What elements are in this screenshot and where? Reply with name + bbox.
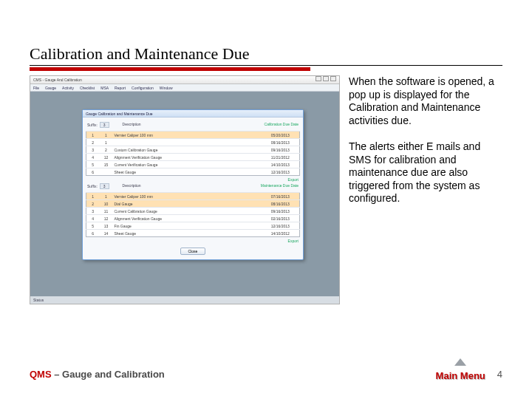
slide-footer: QMS – Gauge and Calibration Main Menu 4 — [30, 367, 502, 381]
table-row[interactable]: 515Current Verification Gauge14/10/2013 — [86, 161, 300, 168]
menu-window[interactable]: Window — [160, 84, 173, 91]
export-link-1[interactable]: Export — [288, 177, 299, 182]
main-menu-link[interactable]: Main Menu — [436, 367, 485, 381]
calib-due-header: Calibration Due Date — [265, 122, 299, 128]
app-screenshot: CMS - Gauge And Calibration File Gauge A… — [30, 75, 340, 304]
table-row[interactable]: 6Sheet Gauge12/16/2013 — [86, 168, 300, 176]
slide-content: CMS - Gauge And Calibration File Gauge A… — [30, 75, 502, 304]
dialog-close-button[interactable]: Close — [180, 248, 206, 255]
maint-filters: Suffix:3 Description Maintenance Due Dat… — [86, 182, 300, 192]
menu-msa[interactable]: MSA — [100, 84, 109, 91]
paragraph-1: When the software is opened, a pop up is… — [349, 75, 502, 127]
up-arrow-icon — [454, 358, 466, 366]
filter-suffix-label-2: Suffix — [87, 184, 96, 188]
table-row[interactable]: 614Sheet Gauge14/10/2012 — [86, 230, 300, 237]
maint-due-header: Maintenance Due Date — [261, 183, 299, 189]
table-row[interactable]: 11Vernier Caliper 100 mm07/16/2013 — [86, 193, 300, 200]
slide-heading: Calibration and Maintenance Due — [30, 44, 502, 66]
maint-table: 11Vernier Caliper 100 mm07/16/2013210Dia… — [86, 192, 300, 237]
table-row[interactable]: 412Alignment Verification Gauge02/16/201… — [86, 215, 300, 222]
app-menubar: File Gauge Activity Checklist MSA Report… — [30, 84, 339, 92]
table-row[interactable]: 32Custom Calibration Gauge09/16/2013 — [86, 146, 300, 154]
due-dialog: Gauge Calibration and Maintenance Due Su… — [82, 109, 304, 260]
main-menu-label: Main Menu — [436, 370, 485, 381]
calib-table: 11Vernier Caliper 100 mm05/20/20132108/1… — [86, 131, 300, 176]
dialog-title: Gauge Calibration and Maintenance Due — [83, 110, 303, 117]
menu-checklist[interactable]: Checklist — [80, 84, 95, 91]
calib-filters: Suffix:3 Description Calibration Due Dat… — [86, 120, 300, 131]
table-row[interactable]: 412Alignment Verification Gauge11/21/201… — [86, 154, 300, 161]
maximize-icon[interactable] — [323, 76, 329, 81]
app-statusbar: Status — [30, 296, 339, 304]
table-row[interactable]: 513Fin Gauge12/16/2013 — [86, 222, 300, 230]
footer-rest: – Gauge and Calibration — [52, 369, 165, 380]
app-window-title: CMS - Gauge And Calibration — [33, 76, 82, 83]
menu-gauge[interactable]: Gauge — [45, 84, 56, 91]
footer-title: QMS – Gauge and Calibration — [30, 369, 165, 380]
table-row[interactable]: 2108/16/2013 — [86, 139, 300, 146]
filter-suffix-label: Suffix — [87, 123, 96, 127]
filter-desc-label: Description — [123, 122, 141, 128]
app-workspace: Gauge Calibration and Maintenance Due Su… — [30, 92, 339, 296]
filter-suffix-value[interactable]: 3 — [100, 122, 109, 128]
export-link-2[interactable]: Export — [288, 239, 299, 243]
menu-activity[interactable]: Activity — [62, 84, 74, 91]
table-row[interactable]: 311Current Calibration Gauge09/16/2013 — [86, 208, 300, 215]
menu-report[interactable]: Report — [115, 84, 126, 91]
paragraph-2: The alerts either E mails and SMS for ca… — [349, 140, 502, 205]
filter-suffix-value-2[interactable]: 3 — [100, 183, 109, 189]
window-controls — [316, 76, 336, 83]
menu-configuration[interactable]: Configuration — [132, 84, 154, 91]
heading-accent — [30, 67, 310, 71]
table-row[interactable]: 11Vernier Caliper 100 mm05/20/2013 — [86, 132, 300, 139]
close-icon[interactable] — [330, 76, 336, 81]
menu-file[interactable]: File — [33, 84, 39, 91]
table-row[interactable]: 210Dial Gauge08/16/2013 — [86, 200, 300, 208]
app-titlebar: CMS - Gauge And Calibration — [30, 76, 339, 84]
page-number: 4 — [497, 369, 502, 380]
filter-desc-label-2: Description — [123, 183, 141, 189]
footer-brand: QMS — [30, 369, 52, 380]
minimize-icon[interactable] — [316, 76, 321, 81]
explanatory-text: When the software is opened, a pop up is… — [349, 75, 502, 304]
